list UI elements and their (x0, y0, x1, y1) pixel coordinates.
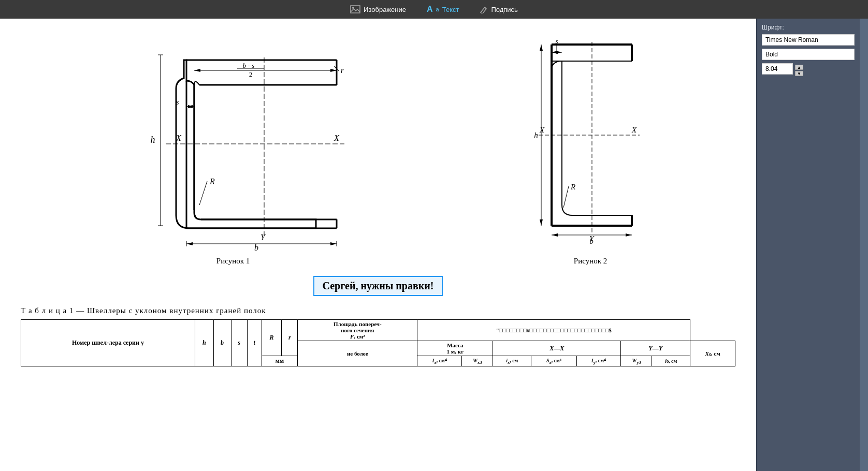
figure2-caption: Рисунок 2 (574, 257, 607, 266)
col-r: r (282, 320, 298, 356)
svg-text:X: X (176, 134, 182, 142)
figure2-container: X X Y h s (533, 29, 647, 266)
svg-text:b: b (589, 237, 594, 245)
svg-text:X: X (539, 126, 545, 134)
svg-marker-56 (540, 45, 543, 51)
table-caption: Т а б л и ц а 1 — Швеллеры с уклоном вну… (21, 306, 735, 315)
svg-text:r: r (341, 67, 344, 75)
svg-line-2 (485, 7, 486, 9)
font-size-down-button[interactable]: ▼ (795, 71, 803, 76)
annotation-container: Сергей, нужны правки! (21, 276, 735, 296)
col-mm: мм (262, 356, 298, 366)
font-size-up-button[interactable]: ▲ (795, 65, 803, 70)
col-h: h (195, 320, 213, 366)
toolbar-image-label: Изображение (364, 6, 406, 13)
col-area-label: Площадь попереч-ного сеченияF, см² (298, 320, 417, 341)
font-size-input[interactable] (762, 63, 793, 75)
pen-icon (480, 5, 488, 13)
svg-text:h: h (534, 131, 538, 139)
scrollbar[interactable] (860, 19, 868, 471)
toolbar: Изображение Aа Текст Подпись (0, 0, 868, 19)
figure2-svg: X X Y h s (533, 29, 647, 252)
col-YY: Y—Y (621, 341, 690, 356)
toolbar-item-text[interactable]: Aа Текст (427, 5, 459, 14)
svg-text:X: X (631, 126, 637, 134)
col-s: s (231, 320, 247, 366)
svg-marker-25 (186, 242, 193, 245)
figure1-svg: h (109, 29, 357, 252)
image-icon (350, 5, 360, 13)
col-t: t (247, 320, 262, 366)
data-table: Номер швел-лера серии у h b s t R r Площ… (21, 319, 735, 366)
svg-line-41 (199, 181, 207, 205)
svg-marker-57 (540, 219, 543, 226)
toolbar-item-image[interactable]: Изображение (350, 5, 406, 13)
col-area-not-more: не более (298, 341, 417, 366)
col-R: R (262, 320, 282, 356)
col-Iy: Iy, см⁴ (576, 356, 621, 366)
right-panel: Шрифт: ▲ ▼ (756, 19, 860, 471)
svg-text:s: s (555, 37, 558, 45)
document-area: h (0, 19, 756, 471)
svg-marker-26 (330, 242, 337, 245)
text-icon: A (427, 5, 433, 14)
font-style-input[interactable] (762, 49, 855, 60)
font-label: Шрифт: (762, 24, 855, 31)
col-i0: i₀, см (652, 356, 690, 366)
svg-marker-66 (626, 233, 632, 237)
col-X0: X₀, см (690, 341, 735, 366)
svg-rect-0 (351, 6, 360, 13)
svg-text:s: s (176, 98, 179, 106)
col-Wy: Wy3 (621, 356, 652, 366)
svg-text:R: R (570, 183, 575, 191)
col-mass: Масса1 м, кг (417, 341, 493, 356)
toolbar-pen-label: Подпись (491, 6, 517, 13)
svg-marker-33 (194, 69, 200, 72)
toolbar-item-pen[interactable]: Подпись (480, 5, 517, 13)
annotation-box[interactable]: Сергей, нужны правки! (313, 276, 443, 296)
col-Wx: Wx3 (462, 356, 493, 366)
svg-text:h: h (151, 135, 155, 145)
svg-line-69 (563, 186, 569, 208)
col-moments-label: "□□□□□□□□#□□□□□□□□□□□□□□□□□□□□□□□$ (417, 320, 690, 341)
main-area: h (0, 19, 868, 471)
col-XX: X—X (493, 341, 621, 356)
svg-marker-61 (556, 51, 562, 54)
svg-text:X: X (334, 134, 340, 142)
svg-text:R: R (209, 177, 215, 186)
col-b: b (213, 320, 231, 366)
col-ix: ix, см (493, 356, 531, 366)
svg-text:b: b (254, 243, 258, 252)
col-nomer: Номер швел-лера серии у (21, 320, 195, 366)
figure1-container: h (109, 29, 357, 266)
col-Ix: Ix, см⁴ (417, 356, 462, 366)
toolbar-text-label: Текст (442, 6, 459, 13)
svg-marker-34 (330, 69, 337, 72)
svg-text:2: 2 (249, 70, 253, 78)
figure1-caption: Рисунок 1 (216, 257, 250, 266)
figures-row: h (21, 29, 735, 266)
col-Sx: Sx, см³ (531, 356, 576, 366)
font-name-input[interactable] (762, 34, 855, 46)
svg-text:Y: Y (261, 233, 266, 242)
svg-marker-65 (552, 233, 558, 237)
